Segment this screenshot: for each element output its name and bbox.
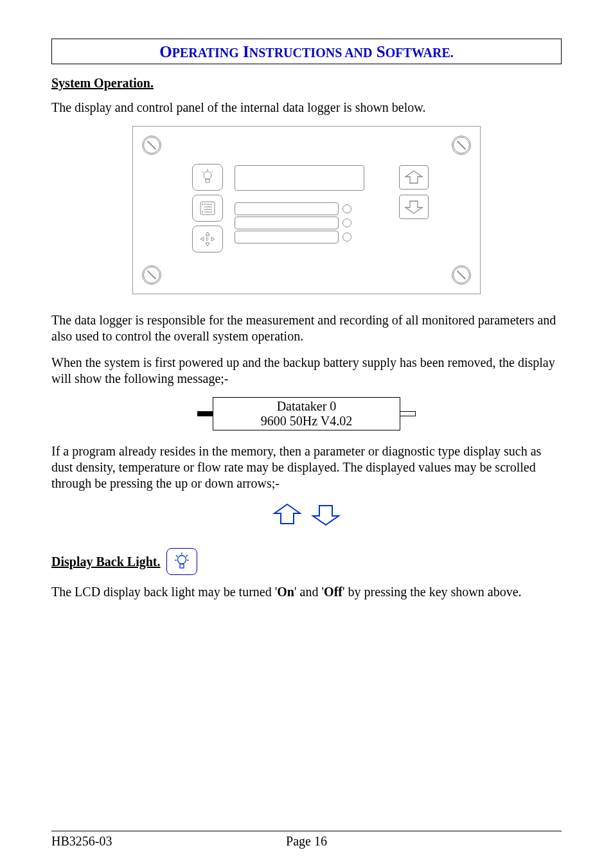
screw-icon bbox=[142, 265, 161, 285]
paragraph-scroll: If a program already resides in the memo… bbox=[51, 443, 562, 492]
svg-point-11 bbox=[202, 211, 203, 213]
svg-line-20 bbox=[186, 555, 188, 557]
text-on: On bbox=[277, 585, 294, 599]
page-title: OPERATING INSTRUCTIONS AND SOFTWARE. bbox=[52, 43, 561, 61]
footer-right-spacer bbox=[391, 834, 562, 849]
list-icon bbox=[199, 200, 216, 216]
text-segment: ' by pressing the key shown above. bbox=[342, 585, 522, 599]
paragraph-backlight: The LCD display back light may be turned… bbox=[51, 584, 562, 600]
lightbulb-icon bbox=[200, 169, 215, 186]
heading-system-operation: System Operation. bbox=[51, 76, 562, 91]
svg-line-3 bbox=[211, 172, 213, 173]
title-word1-cap: O bbox=[159, 43, 172, 60]
arrow-down-icon bbox=[403, 199, 425, 215]
svg-point-10 bbox=[202, 204, 203, 205]
panel-figure: F bbox=[132, 126, 481, 294]
svg-line-2 bbox=[202, 172, 204, 173]
svg-text:F: F bbox=[206, 235, 209, 242]
text-segment: ' and ' bbox=[294, 585, 324, 599]
paragraph-intro: The display and control panel of the int… bbox=[51, 100, 562, 116]
panel-slot bbox=[235, 202, 339, 215]
svg-point-0 bbox=[204, 172, 211, 179]
svg-rect-23 bbox=[180, 564, 184, 568]
svg-marker-15 bbox=[211, 237, 215, 241]
screw-icon bbox=[452, 136, 471, 155]
screw-icon bbox=[452, 265, 471, 285]
svg-point-17 bbox=[178, 556, 186, 564]
title-word3-cap: S bbox=[377, 43, 386, 60]
arrow-up-button[interactable] bbox=[399, 165, 429, 190]
title-word3-rest: OFTWARE. bbox=[386, 46, 454, 60]
paragraph-powerup: When the system is first powered up and … bbox=[51, 355, 562, 387]
paragraph-responsible: The data logger is responsible for the m… bbox=[51, 312, 562, 344]
svg-rect-5 bbox=[200, 202, 215, 215]
lcd-line2: 9600 50Hz V4.02 bbox=[213, 414, 400, 429]
lcd-right-tab bbox=[400, 411, 416, 416]
updown-arrows bbox=[51, 502, 562, 530]
panel-slot bbox=[235, 231, 339, 244]
arrow-down-icon bbox=[309, 502, 342, 527]
panel-slot bbox=[235, 217, 339, 229]
text-segment: The LCD display back light may be turned… bbox=[51, 585, 277, 599]
arrow-up-icon bbox=[403, 169, 425, 186]
function-arrows-icon: F bbox=[198, 231, 217, 247]
lightbulb-icon bbox=[174, 553, 190, 571]
title-box: OPERATING INSTRUCTIONS AND SOFTWARE. bbox=[51, 39, 562, 64]
arrow-up-icon bbox=[271, 502, 304, 527]
panel-led-icon bbox=[342, 233, 351, 242]
footer-page-num: 16 bbox=[314, 834, 327, 848]
footer-page-number: Page 16 bbox=[222, 834, 392, 849]
lcd-message-box: Datataker 0 9600 50Hz V4.02 bbox=[213, 397, 400, 430]
svg-marker-14 bbox=[200, 237, 204, 241]
footer-rule bbox=[51, 831, 562, 831]
page-footer: HB3256-03 Page 16 bbox=[51, 831, 562, 849]
svg-marker-13 bbox=[206, 243, 209, 246]
footer-page-prefix: Page bbox=[286, 834, 314, 848]
panel-led-icon bbox=[342, 218, 351, 227]
title-word2-cap: I bbox=[243, 43, 249, 60]
backlight-button[interactable] bbox=[192, 164, 223, 191]
panel-led-icon bbox=[342, 204, 351, 213]
footer-doc-id: HB3256-03 bbox=[51, 834, 222, 849]
heading-display-backlight: Display Back Light. bbox=[51, 554, 160, 569]
screw-icon bbox=[142, 136, 161, 155]
lcd-left-tab bbox=[197, 411, 213, 416]
list-button[interactable] bbox=[192, 195, 223, 222]
text-off: Off bbox=[324, 585, 342, 599]
lcd-line1: Datataker 0 bbox=[213, 399, 400, 414]
arrow-down-button[interactable] bbox=[399, 195, 429, 219]
title-word2-rest: NSTRUCTIONS AND bbox=[249, 46, 373, 60]
backlight-key[interactable] bbox=[166, 548, 197, 575]
svg-line-19 bbox=[176, 555, 178, 557]
function-button[interactable]: F bbox=[192, 226, 223, 252]
panel-display bbox=[235, 165, 364, 191]
title-word1-rest: PERATING bbox=[172, 46, 239, 60]
svg-rect-4 bbox=[206, 179, 209, 182]
heading-display-backlight-row: Display Back Light. bbox=[51, 548, 562, 575]
